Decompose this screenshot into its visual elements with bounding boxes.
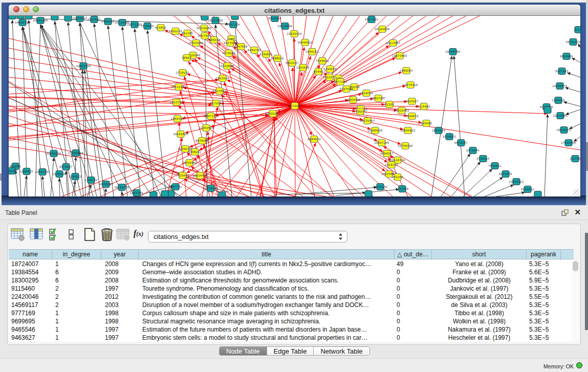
- svg-text:9975867: 9975867: [59, 165, 73, 168]
- svg-text:1795722: 1795722: [84, 179, 98, 182]
- svg-text:9327508: 9327508: [224, 41, 237, 45]
- svg-text:16640910: 16640910: [297, 41, 313, 44]
- svg-text:8878352: 8878352: [195, 139, 209, 142]
- svg-text:15751074: 15751074: [565, 40, 580, 43]
- svg-text:7485063: 7485063: [400, 69, 413, 72]
- svg-text:10756928: 10756928: [398, 144, 413, 147]
- svg-text:11353594: 11353594: [199, 126, 213, 129]
- svg-text:3824554: 3824554: [360, 92, 373, 95]
- svg-text:16914479: 16914479: [192, 174, 208, 177]
- svg-text:10958107: 10958107: [98, 183, 114, 186]
- svg-text:2087682: 2087682: [365, 18, 378, 21]
- svg-text:62160: 62160: [385, 103, 395, 106]
- svg-text:8186328: 8186328: [207, 38, 221, 41]
- svg-text:20206526: 20206526: [46, 152, 61, 155]
- svg-text:14099489: 14099489: [182, 161, 197, 164]
- svg-text:5822037: 5822037: [286, 61, 299, 64]
- svg-text:1621072: 1621072: [323, 76, 336, 79]
- svg-text:20053346: 20053346: [76, 64, 91, 68]
- svg-text:9245652: 9245652: [521, 188, 534, 191]
- svg-text:2935114: 2935114: [476, 157, 490, 160]
- svg-text:98967: 98967: [182, 56, 192, 59]
- svg-text:15692971: 15692971: [556, 128, 572, 132]
- svg-text:12213967: 12213967: [385, 41, 401, 45]
- svg-text:16033809: 16033809: [208, 19, 223, 22]
- svg-text:7857224: 7857224: [227, 23, 240, 26]
- svg-text:8267130: 8267130: [204, 115, 217, 118]
- svg-text:18724007: 18724007: [287, 104, 302, 107]
- svg-text:16782759: 16782759: [114, 186, 129, 189]
- svg-text:12942737: 12942737: [35, 170, 50, 173]
- svg-text:12213389: 12213389: [171, 85, 186, 89]
- svg-text:16154808: 16154808: [375, 28, 390, 31]
- svg-text:1965492: 1965492: [171, 117, 184, 120]
- svg-text:10653267: 10653267: [72, 17, 88, 20]
- svg-text:10688609: 10688609: [367, 129, 383, 132]
- svg-text:8813054: 8813054: [268, 17, 281, 20]
- svg-text:20691406: 20691406: [33, 19, 48, 22]
- svg-text:13325419: 13325419: [287, 32, 302, 35]
- svg-text:6498222: 6498222: [188, 150, 202, 154]
- svg-text:1156829: 1156829: [20, 170, 33, 173]
- svg-text:2474444: 2474444: [466, 149, 480, 152]
- svg-text:9227343: 9227343: [555, 70, 569, 73]
- svg-text:10807487: 10807487: [371, 97, 386, 100]
- svg-text:15720407: 15720407: [360, 119, 375, 122]
- svg-text:1117: 1117: [575, 28, 580, 31]
- svg-text:1849579: 1849579: [405, 115, 419, 118]
- svg-text:12975115: 12975115: [403, 83, 418, 86]
- svg-text:891295: 891295: [182, 32, 193, 35]
- svg-text:6466160: 6466160: [101, 20, 115, 23]
- svg-text:1244415: 1244415: [552, 99, 565, 102]
- svg-text:9084067: 9084067: [380, 152, 394, 155]
- svg-text:9242848: 9242848: [221, 64, 234, 68]
- svg-text:6794028: 6794028: [323, 68, 337, 71]
- svg-text:7625402: 7625402: [176, 174, 189, 177]
- svg-text:9777169: 9777169: [334, 80, 347, 83]
- svg-text:8454749: 8454749: [248, 49, 261, 52]
- svg-text:7515526: 7515526: [141, 25, 154, 28]
- svg-text:9584554: 9584554: [308, 138, 321, 141]
- svg-text:1145194: 1145194: [53, 172, 66, 176]
- svg-text:14055714: 14055714: [15, 21, 30, 24]
- svg-text:1362615: 1362615: [296, 66, 310, 69]
- svg-text:90448: 90448: [314, 70, 323, 73]
- svg-text:9146821: 9146821: [259, 53, 273, 56]
- svg-text:19654923: 19654923: [400, 129, 416, 132]
- svg-text:2718120: 2718120: [176, 71, 189, 74]
- svg-text:8427552: 8427552: [213, 90, 226, 93]
- svg-text:2867608: 2867608: [234, 45, 248, 48]
- svg-text:6497568: 6497568: [340, 87, 353, 91]
- svg-text:1790371: 1790371: [354, 110, 367, 113]
- svg-text:20364436: 20364436: [345, 98, 361, 101]
- svg-text:1010755: 1010755: [170, 101, 183, 104]
- svg-text:1640954: 1640954: [432, 129, 445, 132]
- svg-text:15718485: 15718485: [203, 187, 219, 190]
- svg-text:9457791: 9457791: [169, 185, 182, 188]
- svg-text:8660128: 8660128: [169, 30, 182, 33]
- svg-text:8471676: 8471676: [499, 172, 512, 176]
- svg-text:5938923: 5938923: [443, 135, 456, 138]
- svg-text:15807249: 15807249: [374, 141, 389, 144]
- svg-text:3375685: 3375685: [222, 52, 235, 55]
- svg-text:14136141: 14136141: [373, 185, 388, 188]
- svg-text:19166825: 19166825: [173, 133, 188, 136]
- svg-text:9115460: 9115460: [417, 105, 430, 108]
- svg-text:55226058: 55226058: [197, 27, 212, 30]
- svg-text:22300243: 22300243: [265, 112, 280, 115]
- svg-text:1290513: 1290513: [69, 175, 82, 178]
- svg-text:9327506: 9327506: [198, 34, 211, 37]
- svg-text:16671355: 16671355: [127, 23, 142, 26]
- svg-text:7955812: 7955812: [316, 59, 329, 62]
- svg-text:16543382: 16543382: [188, 41, 204, 45]
- svg-text:1733426: 1733426: [396, 187, 409, 190]
- svg-text:7632621: 7632621: [488, 164, 502, 167]
- svg-text:116753: 116753: [570, 157, 580, 160]
- svg-text:1292346: 1292346: [130, 191, 143, 194]
- svg-text:1615112: 1615112: [385, 163, 398, 166]
- svg-text:10025453: 10025453: [394, 109, 409, 112]
- svg-text:9829966: 9829966: [560, 55, 573, 58]
- svg-text:917008: 917008: [210, 102, 222, 105]
- svg-text:12093873: 12093873: [552, 84, 568, 87]
- svg-text:16648784: 16648784: [445, 50, 461, 53]
